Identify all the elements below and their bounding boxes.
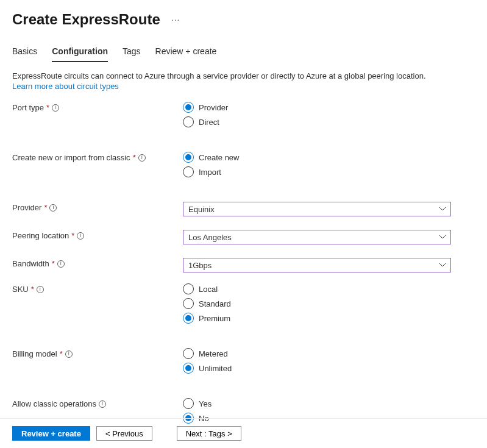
required-marker: * bbox=[44, 203, 47, 212]
create-import-radio-group: Create new Import bbox=[183, 152, 451, 177]
required-marker: * bbox=[31, 285, 34, 294]
billing-metered-radio[interactable]: Metered bbox=[183, 348, 451, 359]
provider-label: Provider bbox=[12, 203, 41, 212]
sku-standard-radio[interactable]: Standard bbox=[183, 298, 451, 309]
tab-review[interactable]: Review + create bbox=[155, 46, 217, 62]
sku-premium-radio[interactable]: Premium bbox=[183, 313, 451, 324]
provider-dropdown[interactable]: Equinix bbox=[183, 202, 451, 216]
bandwidth-value: 1Gbps bbox=[188, 261, 212, 270]
bandwidth-dropdown[interactable]: 1Gbps bbox=[183, 258, 451, 272]
required-marker: * bbox=[133, 153, 136, 162]
previous-button[interactable]: < Previous bbox=[96, 426, 152, 441]
peering-location-value: Los Angeles bbox=[188, 233, 232, 242]
learn-more-link[interactable]: Learn more about circuit types bbox=[12, 82, 119, 91]
peering-location-dropdown[interactable]: Los Angeles bbox=[183, 230, 451, 244]
tab-tags[interactable]: Tags bbox=[123, 46, 141, 62]
billing-unlimited-radio[interactable]: Unlimited bbox=[183, 363, 451, 374]
allow-classic-yes-radio[interactable]: Yes bbox=[183, 398, 451, 409]
required-marker: * bbox=[46, 103, 49, 112]
description-text: ExpressRoute circuits can connect to Azu… bbox=[12, 71, 475, 82]
more-icon[interactable]: ··· bbox=[171, 15, 180, 24]
chevron-down-icon bbox=[439, 262, 446, 268]
port-type-direct-radio[interactable]: Direct bbox=[183, 116, 451, 127]
page-title: Create ExpressRoute bbox=[12, 11, 160, 28]
billing-model-radio-group: Metered Unlimited bbox=[183, 348, 451, 374]
allow-classic-label: Allow classic operations bbox=[12, 399, 96, 408]
tab-bar: Basics Configuration Tags Review + creat… bbox=[0, 28, 487, 62]
provider-value: Equinix bbox=[188, 205, 215, 214]
info-icon[interactable]: i bbox=[77, 232, 84, 240]
review-create-button[interactable]: Review + create bbox=[12, 426, 90, 441]
port-type-provider-radio[interactable]: Provider bbox=[183, 102, 451, 113]
peering-location-label: Peering location bbox=[12, 231, 69, 240]
info-icon[interactable]: i bbox=[99, 400, 106, 408]
create-new-radio[interactable]: Create new bbox=[183, 152, 451, 163]
bandwidth-label: Bandwidth bbox=[12, 259, 49, 268]
import-radio[interactable]: Import bbox=[183, 166, 451, 177]
sku-local-radio[interactable]: Local bbox=[183, 283, 451, 294]
chevron-down-icon bbox=[439, 206, 446, 212]
info-icon[interactable]: i bbox=[65, 350, 73, 358]
required-marker: * bbox=[71, 231, 74, 240]
required-marker: * bbox=[60, 349, 63, 358]
info-icon[interactable]: i bbox=[52, 104, 59, 112]
footer-bar: Review + create < Previous Next : Tags > bbox=[0, 418, 487, 448]
create-import-label: Create new or import from classic bbox=[12, 153, 130, 162]
next-button[interactable]: Next : Tags > bbox=[177, 426, 241, 441]
required-marker: * bbox=[52, 259, 55, 268]
port-type-radio-group: Provider Direct bbox=[183, 102, 451, 127]
chevron-down-icon bbox=[439, 234, 446, 240]
tab-configuration[interactable]: Configuration bbox=[52, 46, 108, 62]
port-type-label: Port type bbox=[12, 103, 44, 112]
tab-basics[interactable]: Basics bbox=[12, 46, 37, 62]
billing-model-label: Billing model bbox=[12, 349, 57, 358]
info-icon[interactable]: i bbox=[37, 286, 44, 293]
sku-radio-group: Local Standard Premium bbox=[183, 283, 451, 324]
info-icon[interactable]: i bbox=[57, 260, 65, 268]
sku-label: SKU bbox=[12, 285, 29, 294]
info-icon[interactable]: i bbox=[49, 204, 57, 212]
info-icon[interactable]: i bbox=[138, 154, 146, 162]
